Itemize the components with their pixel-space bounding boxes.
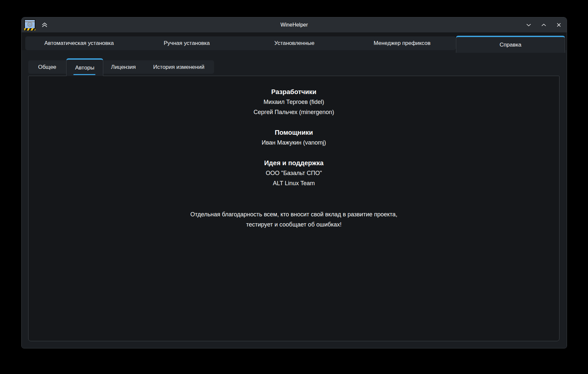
author-line: Михаил Тергоев (fidel) <box>29 97 559 107</box>
subtab-authors-label: Авторы <box>75 65 94 71</box>
window-controls <box>525 17 562 32</box>
titlebar[interactable]: ⚙ WineHelper <box>22 17 567 33</box>
focus-underline <box>73 74 95 75</box>
hazard-stripe <box>24 28 35 30</box>
section-heading: Разработчики <box>29 87 559 97</box>
authors-content-frame: Разработчики Михаил Тергоев (fidel) Серг… <box>28 76 559 341</box>
subtab-authors[interactable]: Авторы <box>66 58 103 76</box>
minimize-button[interactable] <box>525 22 532 28</box>
close-icon <box>556 22 562 28</box>
author-line: ООО "Базальт СПО" <box>29 168 559 178</box>
app-icon: ⚙ <box>24 19 35 30</box>
chevron-up-icon <box>541 22 547 28</box>
shade-button[interactable] <box>41 21 49 29</box>
tab-installed[interactable]: Установленные <box>241 36 348 50</box>
author-line: ALT Linux Team <box>29 178 559 188</box>
section-heading: Идея и поддержка <box>29 158 559 168</box>
tab-help[interactable]: Справка <box>456 36 565 53</box>
thanks-line: тестирует и сообщает об ошибках! <box>29 220 559 230</box>
window-title: WineHelper <box>22 22 567 28</box>
author-line: Иван Мажукин (vanomj) <box>29 138 559 148</box>
thanks-note: Отдельная благодарность всем, кто вносит… <box>29 209 559 230</box>
section-developers: Разработчики Михаил Тергоев (fidel) Серг… <box>29 87 559 117</box>
subtab-changelog[interactable]: История изменений <box>144 60 214 74</box>
section-helpers: Помощники Иван Мажукин (vanomj) <box>29 128 559 148</box>
main-tab-strip: Автоматическая установка Ручная установк… <box>25 36 456 50</box>
authors-content: Разработчики Михаил Тергоев (fidel) Серг… <box>29 76 559 230</box>
chevron-down-icon <box>526 22 532 28</box>
close-button[interactable] <box>556 22 562 28</box>
main-tabbar: Автоматическая установка Ручная установк… <box>22 33 567 50</box>
tab-prefix-manager[interactable]: Менеджер префиксов <box>348 36 456 50</box>
section-heading: Помощники <box>29 128 559 138</box>
help-pane: Общее Лицензия История изменений Авторы … <box>22 50 567 348</box>
author-line: Сергей Пальчех (minergenon) <box>29 107 559 117</box>
maximize-button[interactable] <box>540 22 547 28</box>
sub-tab-strip: Общее Лицензия История изменений <box>28 60 214 74</box>
subtab-license[interactable]: Лицензия <box>103 60 144 74</box>
double-chevron-up-icon <box>41 22 48 28</box>
tab-manual-install[interactable]: Ручная установка <box>133 36 241 50</box>
gear-glyph: ⚙ <box>27 21 33 28</box>
tab-auto-install[interactable]: Автоматическая установка <box>25 36 133 50</box>
app-icon-background: ⚙ <box>25 20 35 28</box>
subtab-general[interactable]: Общее <box>28 60 66 74</box>
section-idea-support: Идея и поддержка ООО "Базальт СПО" ALT L… <box>29 158 559 188</box>
winehelper-window: ⚙ WineHelper <box>21 17 567 348</box>
thanks-line: Отдельная благодарность всем, кто вносит… <box>29 209 559 220</box>
